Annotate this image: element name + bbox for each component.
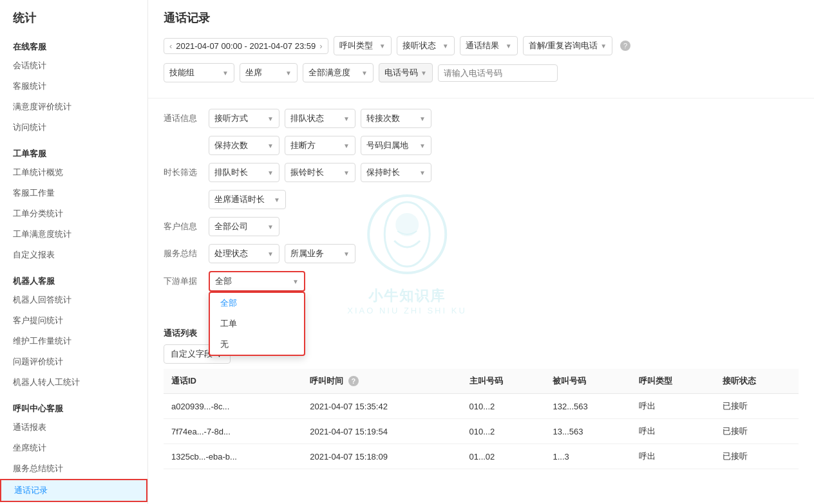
transfer-count-label: 转接次数 [366, 113, 400, 124]
dropdown-option-ticket[interactable]: 工单 [210, 313, 304, 334]
sidebar-item-robot-to-human[interactable]: 机器人转人工统计 [0, 372, 147, 393]
consult-type-label: 首解/重复咨询电话 [529, 40, 598, 51]
sidebar-item-maintenance-workload[interactable]: 维护工作量统计 [0, 331, 147, 351]
phone-chevron: ▼ [421, 70, 427, 77]
satisfaction-chevron: ▼ [361, 70, 368, 77]
call-info-content: 接听方式 ▼ 排队状态 ▼ 转接次数 ▼ [209, 109, 431, 128]
answer-method-select[interactable]: 接听方式 ▼ [209, 109, 279, 128]
process-state-label: 处理状态 [214, 248, 248, 259]
sidebar-section-title-online: 在线客服 [0, 36, 147, 55]
custom-fields-label: 自定义字段 [171, 348, 213, 360]
queue-duration-select[interactable]: 排队时长 ▼ [209, 163, 279, 182]
customer-info-label: 客户信息 [164, 221, 209, 232]
skill-group-label: 技能组 [169, 67, 194, 79]
sidebar-item-ticket-satisfaction[interactable]: 工单满意度统计 [0, 224, 147, 245]
date-range-picker[interactable]: ‹ 2021-04-07 00:00 - 2021-04-07 23:59 › [164, 38, 328, 54]
cell-id: 7f74ea...-7-8d... [164, 419, 302, 444]
help-icon[interactable]: ? [620, 41, 630, 51]
cell-callee: 1...3 [545, 444, 631, 469]
prev-date-icon[interactable]: ‹ [169, 41, 172, 51]
skill-group-select[interactable]: 技能组 ▼ [164, 63, 234, 82]
downstream-chevron: ▼ [292, 278, 299, 285]
sidebar-item-issue-evaluation[interactable]: 问题评价统计 [0, 351, 147, 372]
sidebar-item-robot-answer[interactable]: 机器人回答统计 [0, 290, 147, 310]
hold-count-select[interactable]: 保持次数 ▼ [209, 136, 279, 155]
dropdown-option-none[interactable]: 无 [210, 334, 304, 355]
sidebar-item-customer-question[interactable]: 客户提问统计 [0, 310, 147, 331]
table-body: a020939...-8c... 2021-04-07 15:35:42 010… [164, 394, 799, 469]
sidebar-item-custom-report[interactable]: 自定义报表 [0, 245, 147, 265]
filter-group-downstream: 下游单据 全部 ▼ 全部 工单 无 [164, 271, 799, 292]
phone-input[interactable] [438, 64, 558, 82]
sidebar-item-manyidu[interactable]: 满意度评价统计 [0, 97, 147, 117]
sidebar-item-seat-stats[interactable]: 坐席统计 [0, 438, 147, 458]
consult-type-select[interactable]: 首解/重复咨询电话 ▼ [523, 36, 613, 55]
sidebar-item-service-summary[interactable]: 服务总结统计 [0, 458, 147, 479]
table-header: 通话ID 呼叫时间 ? 主叫号码 被叫号码 呼叫类型 接听状态 [164, 369, 799, 394]
cell-call-type: 呼出 [631, 444, 715, 469]
sidebar-item-fangwen[interactable]: 访问统计 [0, 117, 147, 138]
col-header-call-type: 呼叫类型 [631, 369, 715, 394]
seat-select[interactable]: 坐席 ▼ [240, 63, 298, 82]
hold-duration-select[interactable]: 保持时长 ▼ [361, 163, 431, 182]
number-region-select[interactable]: 号码归属地 ▼ [361, 136, 431, 155]
transfer-count-select[interactable]: 转接次数 ▼ [361, 109, 431, 128]
business-type-select[interactable]: 所属业务 ▼ [285, 244, 355, 263]
sidebar-item-kefu-workload[interactable]: 客服工作量 [0, 183, 147, 203]
cell-call-time: 2021-04-07 15:19:54 [302, 419, 461, 444]
sidebar-item-call-report[interactable]: 通话报表 [0, 417, 147, 438]
call-type-select[interactable]: 呼叫类型 ▼ [334, 36, 392, 55]
satisfaction-select[interactable]: 全部满意度 ▼ [303, 63, 374, 82]
queue-state-select[interactable]: 排队状态 ▼ [285, 109, 355, 128]
filter-group-customer: 客户信息 全部公司 ▼ [164, 217, 799, 236]
col-header-caller: 主叫号码 [462, 369, 545, 394]
number-region-label: 号码归属地 [366, 140, 408, 151]
call-time-help-icon[interactable]: ? [348, 376, 359, 386]
duration-label: 时长筛选 [164, 167, 209, 178]
sidebar-item-huihua[interactable]: 会话统计 [0, 55, 147, 76]
cell-callee: 13...563 [545, 419, 631, 444]
hold-duration-label: 保持时长 [366, 167, 400, 178]
sidebar-section-title-ticket: 工单客服 [0, 143, 147, 162]
seat-label: 坐席 [245, 67, 262, 79]
call-result-select[interactable]: 通话结果 ▼ [460, 36, 518, 55]
sidebar-item-ticket-overview[interactable]: 工单统计概览 [0, 162, 147, 183]
col-header-callee: 被叫号码 [545, 369, 631, 394]
filter-group-seat-duration: 坐席通话时长 ▼ [209, 190, 799, 209]
service-summary-label: 服务总结 [164, 248, 209, 259]
filter-group-service-summary: 服务总结 处理状态 ▼ 所属业务 ▼ [164, 244, 799, 263]
consult-type-chevron: ▼ [600, 42, 607, 50]
filter-extended: 通话信息 接听方式 ▼ 排队状态 ▼ 转接次数 ▼ 保持次数 [148, 98, 814, 480]
downstream-dropdown-popup: 全部 工单 无 [209, 292, 305, 356]
date-range-value: 2021-04-07 00:00 - 2021-04-07 23:59 [176, 41, 316, 51]
sidebar-item-call-records[interactable]: 通话记录 [0, 479, 147, 502]
cell-call-type: 呼出 [631, 394, 715, 419]
company-select[interactable]: 全部公司 ▼ [209, 217, 279, 236]
queue-state-label: 排队状态 [290, 113, 324, 124]
cell-caller: 01...02 [462, 444, 545, 469]
filter-row-1: ‹ 2021-04-07 00:00 - 2021-04-07 23:59 › … [164, 36, 799, 55]
company-label: 全部公司 [214, 221, 248, 232]
process-state-select[interactable]: 处理状态 ▼ [209, 244, 279, 263]
answer-state-select[interactable]: 接听状态 ▼ [397, 36, 455, 55]
hangup-party-select[interactable]: 挂断方 ▼ [285, 136, 355, 155]
filter-group-duration: 时长筛选 排队时长 ▼ 振铃时长 ▼ 保持时长 ▼ [164, 163, 799, 182]
seat-duration-content: 坐席通话时长 ▼ [209, 190, 286, 209]
sidebar-item-kefu[interactable]: 客服统计 [0, 76, 147, 97]
cell-id: a020939...-8c... [164, 394, 302, 419]
cell-callee: 132...563 [545, 394, 631, 419]
sidebar-title: 统计 [0, 10, 147, 36]
cell-answer-state: 已接听 [715, 394, 799, 419]
sidebar-section-title-robot: 机器人客服 [0, 270, 147, 290]
seat-talk-duration-select[interactable]: 坐席通话时长 ▼ [209, 190, 286, 209]
call-info-row2-content: 保持次数 ▼ 挂断方 ▼ 号码归属地 ▼ [209, 136, 431, 155]
downstream-select[interactable]: 全部 ▼ [209, 271, 305, 292]
sidebar-section-ticket: 工单客服 工单统计概览 客服工作量 工单分类统计 工单满意度统计 自定义报表 [0, 143, 147, 265]
next-date-icon[interactable]: › [319, 41, 322, 51]
ring-duration-select[interactable]: 振铃时长 ▼ [285, 163, 355, 182]
main-header: 通话记录 ‹ 2021-04-07 00:00 - 2021-04-07 23:… [148, 0, 814, 98]
dropdown-option-all[interactable]: 全部 [210, 293, 304, 313]
satisfaction-label: 全部满意度 [308, 67, 350, 79]
downstream-label: 下游单据 [164, 275, 209, 287]
sidebar-item-ticket-category[interactable]: 工单分类统计 [0, 203, 147, 224]
